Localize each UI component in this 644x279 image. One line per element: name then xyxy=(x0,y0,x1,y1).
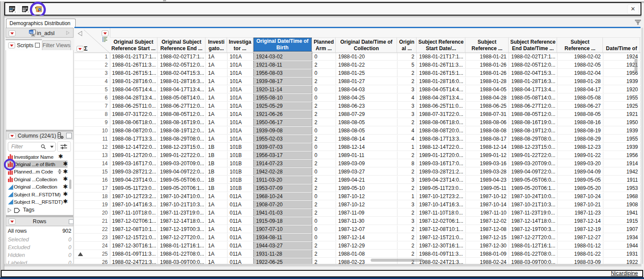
table-cell[interactable]: 1988-08-17 xyxy=(466,135,509,143)
table-cell[interactable]: 1989-01-12T20:0... xyxy=(110,151,158,159)
sigma-icon[interactable]: Σ xyxy=(84,45,87,52)
table-cell[interactable]: 1989-05-10 xyxy=(336,184,397,192)
table-cell[interactable]: 1987-12-15T21:0... xyxy=(417,234,466,241)
table-cell[interactable]: 2 xyxy=(397,151,417,159)
table-cell[interactable]: 1944 xyxy=(603,242,641,250)
table-cell[interactable]: 1989-05-05T06:0... xyxy=(158,176,206,184)
table-cell[interactable]: 0 xyxy=(312,94,336,102)
table-cell[interactable]: 1987-12-15T21:0... xyxy=(110,234,158,241)
table-cell[interactable]: 1987-12-19 xyxy=(557,225,603,233)
table-cell[interactable]: 011A xyxy=(227,201,253,208)
column-list-item[interactable]: Subject R..._RFSTDT)✱ xyxy=(7,198,67,205)
table-cell[interactable]: 1988-06-23 xyxy=(336,102,397,110)
table-cell[interactable]: 1988-06-27T12:0... xyxy=(158,102,206,110)
table-cell[interactable]: 1987-10-24T10:0... xyxy=(158,192,206,200)
table-cell[interactable]: 1988-01-21 xyxy=(466,53,509,61)
table-cell[interactable]: 1988-01-28T16:3... xyxy=(509,77,557,85)
table-cell[interactable]: 1989-03-27 xyxy=(336,168,397,176)
row-number[interactable]: 16 xyxy=(74,176,110,184)
table-cell[interactable]: 1989-05-05T06:0... xyxy=(509,176,557,184)
table-cell[interactable]: 1988-01-12T16:1... xyxy=(509,242,557,250)
table-cell[interactable]: 1988-03-09T00:0... xyxy=(509,258,557,264)
row-number[interactable]: 2 xyxy=(74,61,110,69)
table-cell[interactable]: 1987-12-08T10:1... xyxy=(110,225,158,233)
table-cell[interactable]: 2 xyxy=(397,53,417,61)
row-stat-hidden[interactable]: Hidden0 xyxy=(8,252,71,258)
table-cell[interactable]: 1907-07-10 xyxy=(253,225,312,233)
table-cell[interactable]: 2 xyxy=(312,242,336,250)
status-link[interactable]: Nicardipine xyxy=(611,270,638,276)
row-number[interactable]: 23 xyxy=(74,234,110,242)
table-cell[interactable]: 1955 xyxy=(603,94,641,102)
table-cell[interactable]: 1922 xyxy=(603,258,641,264)
tab-filter-views[interactable]: Filter Views xyxy=(42,40,71,50)
table-cell[interactable]: 1988-01-28 xyxy=(466,77,509,85)
table-cell[interactable]: 1988-01-21T17:1... xyxy=(110,53,158,61)
table-cell[interactable]: 1955 xyxy=(603,135,641,143)
table-cell[interactable]: 1988-02-04T15:3... xyxy=(158,69,206,77)
table-cell[interactable]: 1988-04-05 xyxy=(466,86,509,93)
table-cell[interactable]: 1988-06-25 xyxy=(466,102,509,110)
table-cell[interactable]: 1988-08-14 xyxy=(336,135,397,143)
table-cell[interactable]: 0 xyxy=(312,69,336,77)
table-cell[interactable]: 1911 xyxy=(603,176,641,184)
table-cell[interactable]: 1987-10-14T16:3... xyxy=(110,201,158,208)
table-cell[interactable]: 1 xyxy=(397,192,417,200)
table-cell[interactable]: 1987-12-27T20:0... xyxy=(509,234,557,241)
table-cell[interactable]: 1988-08-06T18:0... xyxy=(110,119,158,126)
table-cell[interactable]: 1A xyxy=(206,110,227,118)
table-cell[interactable]: 011A xyxy=(227,217,253,225)
table-cell[interactable]: 4 xyxy=(397,94,417,102)
row-stat-excluded[interactable]: Excluded0 xyxy=(8,244,71,250)
table-cell[interactable]: 1988-01-22T08:0... xyxy=(158,250,206,258)
table-cell[interactable]: 1987-10-12 xyxy=(336,192,397,200)
table-cell[interactable]: 1A xyxy=(206,86,227,93)
table-cell[interactable]: 1915-09-18 xyxy=(253,217,312,225)
table-cell[interactable]: 4 xyxy=(397,135,417,143)
table-cell[interactable]: 1931 xyxy=(603,250,641,258)
table-cell[interactable]: 0 xyxy=(312,217,336,225)
table-cell[interactable]: 1988-08-06T18:0... xyxy=(417,119,466,126)
table-cell[interactable]: 1988-01-28 xyxy=(557,77,603,85)
table-cell[interactable]: 101A xyxy=(227,86,253,93)
column-list-icon[interactable] xyxy=(102,37,108,42)
table-cell[interactable]: 1989-04-23 xyxy=(466,176,509,184)
table-cell[interactable]: 1988-07-29 xyxy=(336,110,397,118)
table-cell[interactable]: 1989-03-16T17:0... xyxy=(110,160,158,167)
table-cell[interactable]: 1A xyxy=(206,242,227,250)
table-cell[interactable]: 1988-12-23 xyxy=(557,143,603,151)
table-cell[interactable]: 2 xyxy=(312,61,336,69)
table-cell[interactable]: 1987-12-08T10:1... xyxy=(417,225,466,233)
table-cell[interactable]: 1914 xyxy=(603,160,641,167)
filter-settings-button[interactable] xyxy=(57,141,71,152)
table-cell[interactable]: 1988-12-14T22:0... xyxy=(110,143,158,151)
table-cell[interactable]: 1987-12-02 xyxy=(466,217,509,225)
table-cell[interactable]: 1988-08-29T08:0... xyxy=(158,135,206,143)
table-cell[interactable]: 1A xyxy=(206,201,227,208)
table-cell[interactable]: 1A xyxy=(206,225,227,233)
column-header[interactable]: Original Date/Time ofCollection xyxy=(336,38,397,53)
table-cell[interactable]: 1989-05-11T23:0... xyxy=(110,184,158,192)
table-cell[interactable]: 1987-10-24T10:0... xyxy=(509,192,557,200)
table-cell[interactable]: 1987-12-30T16:1... xyxy=(417,242,466,250)
table-cell[interactable]: 1989-03-16 xyxy=(466,160,509,167)
table-cell[interactable]: 1987-11-30 xyxy=(336,217,397,225)
column-properties-asterisk-icon[interactable]: ✱ xyxy=(63,176,68,182)
table-cell[interactable]: 1987-10-12T23:2... xyxy=(110,192,158,200)
table-cell[interactable]: 1988-04-28T13:4... xyxy=(417,94,466,102)
table-cell[interactable]: 1989-04-21 xyxy=(336,176,397,184)
table-cell[interactable]: 1931-11-28 xyxy=(253,250,312,258)
table-cell[interactable]: 1988-08-16T19:0... xyxy=(509,119,557,126)
table-cell[interactable]: 2 xyxy=(397,77,417,85)
row-number[interactable]: 7 xyxy=(74,102,110,110)
table-cell[interactable]: 011A xyxy=(227,234,253,241)
table-cell[interactable]: 1920 xyxy=(603,86,641,93)
column-header[interactable]: Original Date/Time ofBirth xyxy=(253,38,312,51)
row-number[interactable]: 8 xyxy=(74,110,110,119)
table-cell[interactable]: 0 xyxy=(312,143,336,151)
table-cell[interactable]: 1989-03-28 xyxy=(466,168,509,176)
table-cell[interactable]: 1988-02-24T21:3... xyxy=(110,258,158,264)
table-cell[interactable]: 1988-07-31T22:0... xyxy=(110,110,158,118)
table-cell[interactable]: 1921 xyxy=(603,110,641,118)
table-cell[interactable]: 1987-11-10 xyxy=(466,209,509,217)
